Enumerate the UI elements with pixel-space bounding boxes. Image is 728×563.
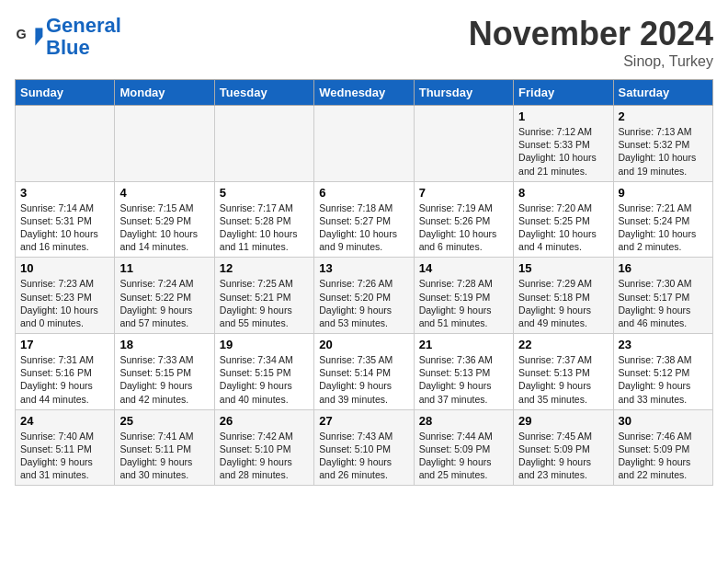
svg-text:G: G (17, 27, 27, 41)
day-number: 6 (319, 186, 408, 200)
day-cell: 1Sunrise: 7:12 AM Sunset: 5:33 PM Daylig… (514, 106, 613, 182)
weekday-header-sunday: Sunday (16, 80, 115, 106)
day-number: 11 (119, 261, 209, 275)
day-number: 23 (619, 338, 708, 351)
day-number: 22 (518, 338, 608, 351)
day-cell: 8Sunrise: 7:20 AM Sunset: 5:25 PM Daylig… (514, 181, 613, 258)
day-info: Sunrise: 7:35 AM Sunset: 5:14 PM Dayligh… (319, 353, 408, 406)
day-cell: 24Sunrise: 7:40 AM Sunset: 5:11 PM Dayli… (16, 409, 115, 486)
day-cell: 11Sunrise: 7:24 AM Sunset: 5:22 PM Dayli… (115, 258, 214, 334)
day-info: Sunrise: 7:36 AM Sunset: 5:13 PM Dayligh… (419, 353, 508, 406)
day-info: Sunrise: 7:42 AM Sunset: 5:10 PM Dayligh… (220, 430, 309, 482)
day-info: Sunrise: 7:19 AM Sunset: 5:26 PM Dayligh… (419, 201, 508, 254)
day-cell (414, 106, 513, 182)
day-number: 13 (319, 261, 408, 275)
month-title: November 2024 (469, 15, 713, 53)
weekday-header-saturday: Saturday (613, 80, 712, 106)
day-info: Sunrise: 7:44 AM Sunset: 5:09 PM Dayligh… (419, 430, 508, 482)
weekday-header-monday: Monday (115, 80, 214, 106)
day-cell (214, 106, 313, 182)
day-cell: 29Sunrise: 7:45 AM Sunset: 5:09 PM Dayli… (514, 409, 613, 486)
day-info: Sunrise: 7:41 AM Sunset: 5:11 PM Dayligh… (119, 430, 209, 482)
day-cell: 4Sunrise: 7:15 AM Sunset: 5:29 PM Daylig… (115, 181, 214, 258)
day-cell: 21Sunrise: 7:36 AM Sunset: 5:13 PM Dayli… (414, 334, 513, 410)
day-cell (16, 106, 115, 182)
day-info: Sunrise: 7:23 AM Sunset: 5:23 PM Dayligh… (20, 277, 109, 329)
day-cell: 10Sunrise: 7:23 AM Sunset: 5:23 PM Dayli… (16, 258, 115, 334)
logo-line1: General (46, 14, 121, 37)
day-number: 28 (419, 414, 508, 428)
day-cell: 5Sunrise: 7:17 AM Sunset: 5:28 PM Daylig… (214, 181, 313, 258)
logo-text: General Blue (46, 15, 121, 59)
day-info: Sunrise: 7:12 AM Sunset: 5:33 PM Dayligh… (518, 125, 608, 178)
day-info: Sunrise: 7:37 AM Sunset: 5:13 PM Dayligh… (518, 353, 608, 406)
logo: G General Blue (15, 15, 121, 59)
day-cell: 14Sunrise: 7:28 AM Sunset: 5:19 PM Dayli… (414, 258, 513, 334)
day-number: 12 (220, 261, 309, 275)
weekday-header-row: SundayMondayTuesdayWednesdayThursdayFrid… (16, 80, 713, 106)
svg-marker-1 (35, 29, 42, 38)
day-number: 8 (518, 186, 608, 200)
day-info: Sunrise: 7:15 AM Sunset: 5:29 PM Dayligh… (119, 201, 209, 254)
page-header: G General Blue November 2024 Sinop, Turk… (15, 15, 713, 70)
day-number: 5 (220, 186, 309, 200)
weekday-header-friday: Friday (514, 80, 613, 106)
day-cell: 25Sunrise: 7:41 AM Sunset: 5:11 PM Dayli… (115, 409, 214, 486)
day-number: 24 (20, 414, 109, 428)
day-number: 14 (419, 261, 508, 275)
day-info: Sunrise: 7:17 AM Sunset: 5:28 PM Dayligh… (220, 201, 309, 254)
day-info: Sunrise: 7:29 AM Sunset: 5:18 PM Dayligh… (518, 277, 608, 329)
day-info: Sunrise: 7:18 AM Sunset: 5:27 PM Dayligh… (319, 201, 408, 254)
day-cell: 26Sunrise: 7:42 AM Sunset: 5:10 PM Dayli… (214, 409, 313, 486)
day-number: 16 (619, 261, 708, 275)
day-number: 25 (119, 414, 209, 428)
weekday-header-wednesday: Wednesday (314, 80, 414, 106)
day-number: 3 (20, 186, 109, 200)
day-cell: 7Sunrise: 7:19 AM Sunset: 5:26 PM Daylig… (414, 181, 513, 258)
logo-icon: G (15, 22, 44, 52)
day-cell: 17Sunrise: 7:31 AM Sunset: 5:16 PM Dayli… (16, 334, 115, 410)
day-cell: 22Sunrise: 7:37 AM Sunset: 5:13 PM Dayli… (514, 334, 613, 410)
day-info: Sunrise: 7:45 AM Sunset: 5:09 PM Dayligh… (518, 430, 608, 482)
day-number: 21 (419, 338, 508, 351)
day-number: 30 (619, 414, 708, 428)
calendar-table: SundayMondayTuesdayWednesdayThursdayFrid… (15, 79, 713, 486)
day-info: Sunrise: 7:14 AM Sunset: 5:31 PM Dayligh… (20, 201, 109, 254)
day-number: 17 (20, 338, 109, 351)
day-info: Sunrise: 7:46 AM Sunset: 5:09 PM Dayligh… (619, 430, 708, 482)
week-row-1: 1Sunrise: 7:12 AM Sunset: 5:33 PM Daylig… (16, 106, 713, 182)
day-cell: 9Sunrise: 7:21 AM Sunset: 5:24 PM Daylig… (613, 181, 712, 258)
day-number: 15 (518, 261, 608, 275)
day-cell: 19Sunrise: 7:34 AM Sunset: 5:15 PM Dayli… (214, 334, 313, 410)
day-info: Sunrise: 7:20 AM Sunset: 5:25 PM Dayligh… (518, 201, 608, 254)
day-cell: 2Sunrise: 7:13 AM Sunset: 5:32 PM Daylig… (613, 106, 712, 182)
day-number: 7 (419, 186, 508, 200)
day-cell: 15Sunrise: 7:29 AM Sunset: 5:18 PM Dayli… (514, 258, 613, 334)
day-info: Sunrise: 7:13 AM Sunset: 5:32 PM Dayligh… (619, 125, 708, 178)
day-info: Sunrise: 7:31 AM Sunset: 5:16 PM Dayligh… (20, 353, 109, 406)
day-number: 18 (119, 338, 209, 351)
day-cell (314, 106, 414, 182)
day-cell: 30Sunrise: 7:46 AM Sunset: 5:09 PM Dayli… (613, 409, 712, 486)
day-number: 27 (319, 414, 408, 428)
logo-line2: Blue (46, 37, 121, 59)
day-cell: 3Sunrise: 7:14 AM Sunset: 5:31 PM Daylig… (16, 181, 115, 258)
day-info: Sunrise: 7:40 AM Sunset: 5:11 PM Dayligh… (20, 430, 109, 482)
day-number: 2 (619, 109, 708, 123)
svg-marker-2 (35, 37, 42, 46)
day-cell: 13Sunrise: 7:26 AM Sunset: 5:20 PM Dayli… (314, 258, 414, 334)
day-cell: 20Sunrise: 7:35 AM Sunset: 5:14 PM Dayli… (314, 334, 414, 410)
day-cell: 18Sunrise: 7:33 AM Sunset: 5:15 PM Dayli… (115, 334, 214, 410)
day-info: Sunrise: 7:25 AM Sunset: 5:21 PM Dayligh… (220, 277, 309, 329)
day-info: Sunrise: 7:33 AM Sunset: 5:15 PM Dayligh… (119, 353, 209, 406)
weekday-header-thursday: Thursday (414, 80, 513, 106)
day-info: Sunrise: 7:28 AM Sunset: 5:19 PM Dayligh… (419, 277, 508, 329)
day-cell: 28Sunrise: 7:44 AM Sunset: 5:09 PM Dayli… (414, 409, 513, 486)
day-cell (115, 106, 214, 182)
day-info: Sunrise: 7:38 AM Sunset: 5:12 PM Dayligh… (619, 353, 708, 406)
day-cell: 12Sunrise: 7:25 AM Sunset: 5:21 PM Dayli… (214, 258, 313, 334)
location: Sinop, Turkey (469, 53, 713, 70)
week-row-3: 10Sunrise: 7:23 AM Sunset: 5:23 PM Dayli… (16, 258, 713, 334)
week-row-2: 3Sunrise: 7:14 AM Sunset: 5:31 PM Daylig… (16, 181, 713, 258)
week-row-5: 24Sunrise: 7:40 AM Sunset: 5:11 PM Dayli… (16, 409, 713, 486)
